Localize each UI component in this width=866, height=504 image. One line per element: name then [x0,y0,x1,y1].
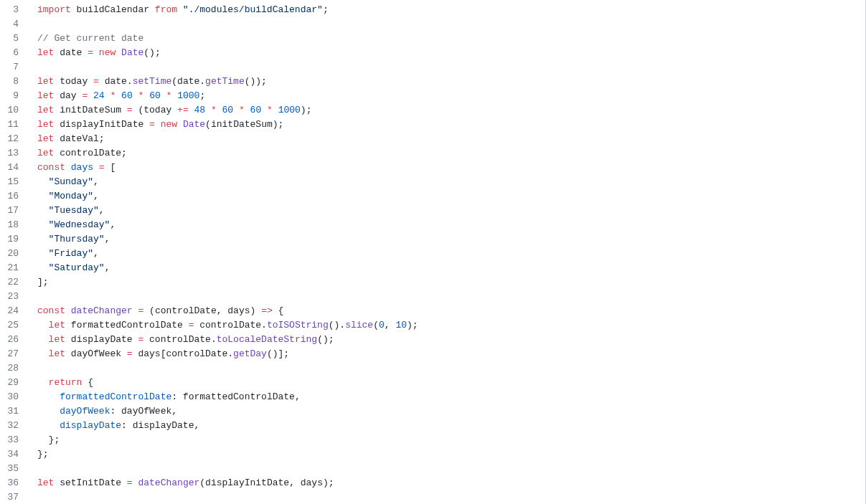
line-number: 35 [0,462,29,476]
line-number: 34 [0,447,29,462]
token-op: * [267,103,273,118]
token-ident: days[controlDate. [133,347,233,361]
code-line[interactable]: dayOfWeek: dayOfWeek, [37,404,865,419]
token-punct: ( [373,318,379,333]
line-number: 13 [0,146,29,161]
token-ident: displayDate [133,419,194,433]
code-line[interactable]: let dateVal; [37,132,865,146]
token-punct: , [171,404,177,419]
token-op: * [211,103,217,118]
token-punct: (); [143,46,160,60]
token-op: * [166,89,172,103]
code-line[interactable]: "Tuesday", [37,204,865,218]
token-punct: { [273,304,284,318]
code-line[interactable] [37,361,865,376]
token-punct: , [93,247,99,261]
indent [37,247,49,261]
line-number: 18 [0,218,29,232]
token-ident [205,103,211,118]
code-line[interactable]: let displayInitDate = new Date(initDateS… [37,118,865,132]
line-number: 4 [0,17,29,32]
token-string: "Tuesday" [49,204,99,218]
token-keyword: let [37,89,60,103]
code-line[interactable]: let initDateSum = (today += 48 * 60 * 60… [37,103,865,118]
token-punct: }; [49,433,60,447]
code-line[interactable]: return { [37,376,865,390]
line-number: 26 [0,333,29,347]
code-line[interactable]: "Monday", [37,189,865,204]
code-line[interactable]: "Sunday", [37,175,865,189]
token-ident: formattedControlDate [183,390,295,404]
code-line[interactable]: let controlDate; [37,146,865,161]
code-line[interactable]: ]; [37,275,865,290]
token-punct: ); [323,476,334,490]
token-ident: dayOfWeek [121,404,171,419]
token-keyword: let [37,75,60,89]
code-line[interactable]: let setInitDate = dateChanger(displayIni… [37,476,865,490]
token-fn: toLocaleDateString [217,333,317,347]
line-number: 29 [0,376,29,390]
code-line[interactable] [37,490,865,504]
token-punct: ( [205,118,211,132]
code-line[interactable] [37,17,865,32]
token-opnew: new [161,118,183,132]
token-ident: formattedControlDate [71,318,189,333]
token-keyword: let [37,118,60,132]
line-number: 6 [0,46,29,60]
code-line[interactable] [37,60,865,75]
token-ident: days [301,476,323,490]
code-line[interactable]: let dayOfWeek = days[controlDate.getDay(… [37,347,865,361]
code-line[interactable]: formattedControlDate: formattedControlDa… [37,390,865,404]
code-line[interactable]: "Saturday", [37,261,865,275]
token-ident: displayInitDate [60,118,149,132]
code-line[interactable]: let formattedControlDate = controlDate.t… [37,318,865,333]
code-line[interactable]: import buildCalendar from "./modules/bui… [37,3,865,17]
code-line[interactable] [37,290,865,304]
token-punct: , [93,189,99,204]
token-ident: date. [177,75,205,89]
code-line[interactable]: }; [37,433,865,447]
code-line[interactable]: }; [37,447,865,462]
line-number: 20 [0,247,29,261]
code-line[interactable]: let today = date.setTime(date.getTime())… [37,75,865,89]
code-line[interactable]: let day = 24 * 60 * 60 * 1000; [37,89,865,103]
token-num: 60 [250,103,262,118]
code-line[interactable]: let date = new Date(); [37,46,865,60]
token-prop: dayOfWeek [60,404,110,419]
token-punct: , [295,390,301,404]
code-line[interactable]: const days = [ [37,161,865,175]
token-keyword: let [49,347,71,361]
code-line[interactable]: const dateChanger = (controlDate, days) … [37,304,865,318]
token-punct: ); [407,318,418,333]
token-op: = [99,161,105,175]
code-editor[interactable]: 3456789101112131415161718192021222324252… [0,0,866,504]
code-line[interactable]: let displayDate = controlDate.toLocaleDa… [37,333,865,347]
indent [37,261,49,275]
code-line[interactable]: displayDate: displayDate, [37,419,865,433]
code-area[interactable]: import buildCalendar from "./modules/bui… [29,0,865,504]
token-op: += [177,103,189,118]
token-op: = [138,304,143,318]
token-keyword: import [37,3,77,17]
code-line[interactable]: "Friday", [37,247,865,261]
token-op: * [110,89,116,103]
line-number: 28 [0,361,29,376]
token-punct: , [194,419,199,433]
token-ident: controlDate [155,304,217,318]
token-ident: initDateSum [211,118,273,132]
token-keyword: let [49,333,71,347]
line-number: 10 [0,103,29,118]
token-keyword: let [37,476,60,490]
indent [37,318,49,333]
code-line[interactable]: // Get current date [37,32,865,46]
token-op: = [149,118,155,132]
token-op: = [93,75,99,89]
token-fn: Date [121,46,143,60]
code-line[interactable] [37,462,865,476]
token-ident [133,304,138,318]
token-ident [217,103,222,118]
code-line[interactable]: "Wednesday", [37,218,865,232]
token-punct: , [110,218,116,232]
code-line[interactable]: "Thursday", [37,232,865,247]
token-punct: (); [317,333,334,347]
